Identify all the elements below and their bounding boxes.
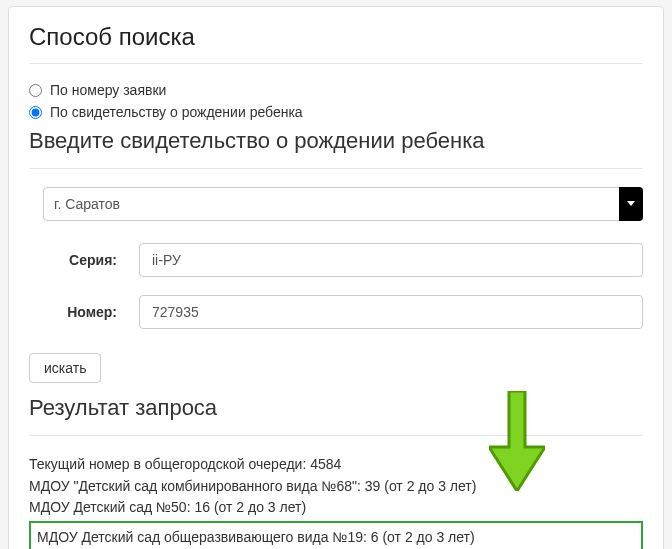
results-block: Текущий номер в общегородской очереди: 4… bbox=[29, 454, 643, 549]
label-series: Серия: bbox=[43, 252, 139, 268]
heading-search-method: Способ поиска bbox=[29, 23, 643, 51]
result-line-1: Текущий номер в общегородской очереди: 4… bbox=[29, 454, 643, 476]
search-panel: Способ поиска По номеру заявки По свидет… bbox=[8, 6, 664, 549]
search-button[interactable]: искать bbox=[29, 353, 101, 383]
radio-label-by-cert: По свидетельству о рождении ребенка bbox=[50, 104, 303, 120]
divider-2 bbox=[29, 168, 643, 169]
radio-label-by-app: По номеру заявки bbox=[50, 82, 166, 98]
divider-3 bbox=[29, 435, 643, 436]
result-line-4: МДОУ Детский сад общеразвивающего вида №… bbox=[37, 529, 475, 545]
result-highlight: МДОУ Детский сад общеразвивающего вида №… bbox=[29, 521, 643, 549]
city-select[interactable]: г. Саратов bbox=[43, 187, 643, 221]
heading-enter-certificate: Введите свидетельство о рождении ребенка bbox=[29, 128, 643, 154]
radio-by-birth-cert-input[interactable] bbox=[29, 106, 42, 119]
radio-by-app-number-input[interactable] bbox=[29, 84, 42, 97]
result-line-3: МДОУ Детский сад №50: 16 (от 2 до 3 лет) bbox=[29, 497, 643, 519]
result-line-2: МДОУ "Детский сад комбинированного вида … bbox=[29, 476, 643, 498]
divider bbox=[29, 63, 643, 64]
input-number[interactable] bbox=[139, 295, 643, 329]
row-number: Номер: bbox=[43, 295, 643, 329]
radio-by-birth-cert[interactable]: По свидетельству о рождении ребенка bbox=[29, 104, 643, 120]
input-series[interactable] bbox=[139, 243, 643, 277]
label-number: Номер: bbox=[43, 304, 139, 320]
heading-result: Результат запроса bbox=[29, 395, 643, 421]
row-series: Серия: bbox=[43, 243, 643, 277]
radio-by-app-number[interactable]: По номеру заявки bbox=[29, 82, 643, 98]
